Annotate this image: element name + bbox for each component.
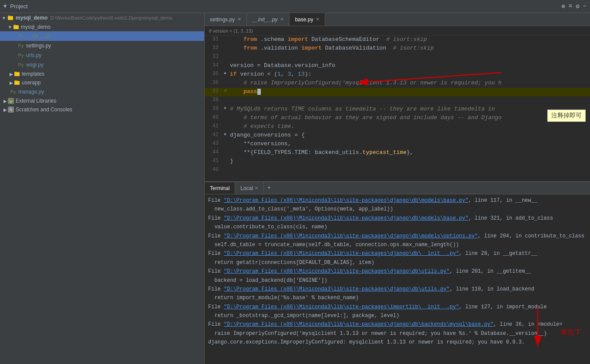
code-line: 44 **{FIELD_TYPES.TIME: backend_utils.ty…: [205, 149, 590, 157]
code-line: 46: [205, 166, 590, 175]
chevron-right-icon: ▶: [3, 99, 7, 104]
settings-icon[interactable]: ⚙: [576, 3, 579, 10]
sidebar-item-mysql-demo[interactable]: ▼ mysql_demo: [0, 23, 204, 31]
py-file-icon: Py: [17, 52, 24, 59]
terminal-line: File "D:\Program Files (x86)\Miniconda3\…: [208, 214, 587, 223]
code-line: 40 # terms of actual behavior as they ar…: [205, 114, 590, 123]
sidebar-item-templates[interactable]: ▶ templates: [0, 70, 204, 78]
chevron-right-icon: ▶: [10, 80, 13, 85]
folder-closed-icon: [14, 80, 20, 86]
code-line: 39 ◆ # MySQLdb returns TIME columns as t…: [205, 105, 590, 114]
code-line: 31 from .schema import DatabaseSchemaEdi…: [205, 36, 590, 44]
chevron-down-icon: ▼: [2, 16, 6, 20]
code-editor[interactable]: 注释掉即可 31 from .schema import DatabaseSch…: [205, 36, 590, 181]
sidebar-item-external-libs[interactable]: ▶ 📚 External Libraries: [0, 97, 204, 105]
code-line: 45 }: [205, 157, 590, 166]
sidebar-item-userapp[interactable]: ▶ userapp: [0, 78, 204, 87]
terminal-line: File "D:\Program Files (x86)\Miniconda3\…: [208, 232, 587, 240]
terminal-link[interactable]: "D:\Program Files (x86)\Miniconda3\lib\s…: [224, 233, 478, 239]
tab-init-py[interactable]: __init__.py ✕: [247, 13, 290, 26]
terminal-line: File "D:\Program Files (x86)\Miniconda3\…: [208, 303, 587, 311]
sync-icon[interactable]: ≡: [569, 3, 572, 10]
sidebar-item-label: userapp: [22, 80, 40, 86]
annotation-top-right: 注释掉即可: [547, 110, 586, 122]
terminal-line: self.db_table = truncate_name(self.db_ta…: [208, 240, 587, 249]
sidebar-item-init-py[interactable]: Py __init__.py: [0, 31, 204, 41]
py-file-icon: Py: [17, 33, 24, 40]
scratch-icon: ✎: [8, 107, 14, 113]
terminal-line: File "D:\Program Files (x86)\Miniconda3\…: [208, 285, 587, 294]
project-icon: ▼: [3, 3, 7, 10]
sidebar-item-label: __init__.py: [26, 33, 51, 39]
local-tab-label: Local: [240, 185, 253, 191]
code-line: 42 ◆ django_conversions = {: [205, 131, 590, 140]
code-line: 36 # raise ImproperlyConfigured('mysqlcl…: [205, 79, 590, 88]
terminal-line: File "D:\Program Files (x86)\Miniconda3\…: [208, 320, 587, 329]
sidebar-item-project-root[interactable]: ▼ mysql_demo D:\Works\BaseCode\python\8.…: [0, 13, 204, 23]
breadcrumb: if version < (1, 3, 13): [205, 26, 590, 36]
add-icon[interactable]: ⊕: [561, 3, 565, 10]
svg-rect-5: [14, 72, 17, 73]
project-root-label: mysql_demo: [16, 15, 47, 21]
terminal-line: backend = load_backend(db['ENGINE']): [208, 276, 587, 285]
terminal-link[interactable]: "D:\Program Files (x86)\Miniconda3\lib\s…: [224, 268, 449, 274]
tab-base-py[interactable]: base.py ✕: [290, 13, 325, 26]
close-icon[interactable]: ✕: [280, 17, 284, 22]
terminal-link[interactable]: "D:\Program Files (x86)\Miniconda3\lib\s…: [224, 321, 493, 327]
code-line: 33: [205, 53, 590, 62]
sidebar-item-manage-py[interactable]: Py manage.py: [0, 87, 204, 97]
code-line: 35 ◆ if version < (1, 3, 13):: [205, 70, 590, 79]
terminal-tab[interactable]: Terminal: [205, 182, 235, 194]
terminal-tabs: Terminal Local ✕ +: [205, 182, 590, 194]
top-bar-icons: ⊕ ≡ ⚙ −: [561, 3, 587, 10]
sidebar-item-label: Scratches and Consoles: [16, 107, 72, 113]
terminal-link[interactable]: "D:\Program Files (x86)\Miniconda3\lib\s…: [224, 286, 449, 292]
terminal-line: new_class.add_to_class('_meta', Options(…: [208, 205, 587, 214]
py-file-icon: Py: [17, 61, 24, 68]
sidebar-item-label: urls.py: [26, 52, 41, 58]
tab-label: base.py: [295, 17, 313, 23]
terminal-link[interactable]: "D:\Program Files (x86)\Miniconda3\lib\s…: [224, 197, 469, 204]
terminal-link[interactable]: "D:\Program Files (x86)\Miniconda3\lib\s…: [224, 215, 469, 221]
sidebar-item-label: templates: [22, 71, 44, 77]
main-layout: ▼ mysql_demo D:\Works\BaseCode\python\8.…: [0, 13, 590, 364]
folder-closed-icon: [14, 71, 20, 77]
terminal-line: return getattr(connections[DEFAULT_DB_AL…: [208, 258, 587, 267]
add-icon: +: [267, 185, 271, 191]
terminal-content[interactable]: File "D:\Program Files (x86)\Miniconda3\…: [205, 194, 590, 364]
close-icon[interactable]: ✕: [237, 17, 241, 22]
code-container: settings.py ✕ __init__.py ✕ base.py ✕ if…: [205, 13, 590, 364]
tab-settings-py[interactable]: settings.py ✕: [205, 13, 247, 26]
sidebar-item-wsgi-py[interactable]: Py wsgi.py: [0, 60, 204, 70]
chevron-right-icon: ▶: [10, 72, 13, 77]
code-line: 38: [205, 97, 590, 105]
sidebar-item-settings-py[interactable]: Py settings.py: [0, 41, 204, 50]
code-line: 34 version = Database.version_info: [205, 62, 590, 70]
close-icon[interactable]: ✕: [255, 186, 258, 190]
svg-rect-1: [8, 16, 10, 17]
terminal-line: File "D:\Program Files (x86)\Miniconda3\…: [208, 249, 587, 258]
folder-icon: [13, 24, 19, 30]
terminal-line: return import_module('%s.base' % backend…: [208, 294, 587, 302]
code-line: 43 **conversions,: [205, 140, 590, 149]
code-line-highlighted: 37 ◁ pass: [205, 88, 590, 97]
terminal-link[interactable]: "D:\Program Files (x86)\Miniconda3\lib\s…: [224, 304, 459, 310]
bottom-panel: Terminal Local ✕ + File "D:\Program File…: [205, 181, 590, 364]
add-terminal-button[interactable]: +: [264, 182, 274, 194]
close-icon[interactable]: ✕: [316, 17, 320, 22]
breadcrumb-text: if version < (1, 3, 13): [209, 28, 253, 33]
terminal-link[interactable]: "D:\Program Files (x86)\Miniconda3\lib\s…: [224, 250, 459, 257]
py-file-icon: Py: [10, 88, 17, 95]
sidebar-item-scratches[interactable]: ▶ ✎ Scratches and Consoles: [0, 105, 204, 114]
tab-label: __init__.py: [252, 17, 277, 23]
sidebar-item-label: mysql_demo: [21, 24, 51, 30]
tabs-bar: settings.py ✕ __init__.py ✕ base.py ✕: [205, 13, 590, 26]
terminal-line: raise ImproperlyConfigured('mysqlclient …: [208, 329, 587, 338]
code-line: 41 # expects time.: [205, 123, 590, 131]
terminal-line: File "D:\Program Files (x86)\Miniconda3\…: [208, 196, 587, 205]
sidebar-item-urls-py[interactable]: Py urls.py: [0, 50, 204, 60]
sidebar-item-label: manage.py: [18, 89, 44, 95]
local-tab[interactable]: Local ✕: [235, 182, 264, 194]
ext-lib-icon: 📚: [8, 98, 14, 104]
minimize-icon[interactable]: −: [583, 3, 587, 10]
